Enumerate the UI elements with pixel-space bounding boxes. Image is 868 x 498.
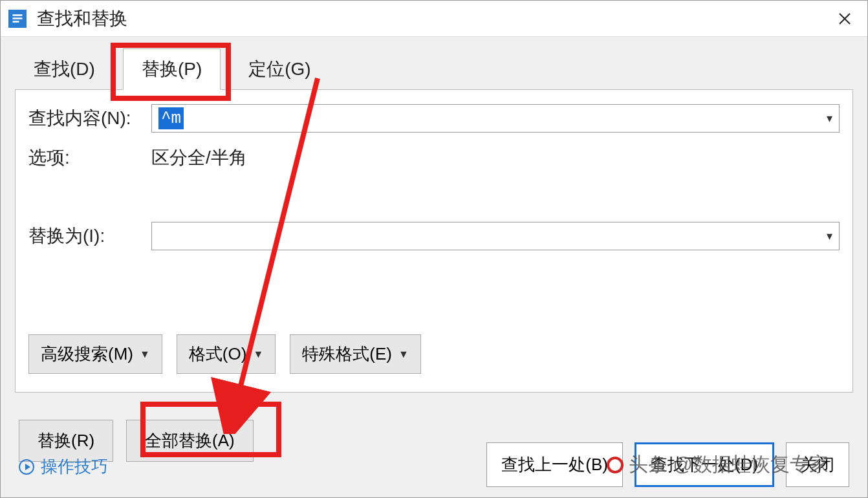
format-button[interactable]: 格式(O) ▼ [177,334,276,374]
label-replace-with: 替换为(I): [28,224,151,248]
label-find-what: 查找内容(N): [28,106,151,131]
find-next-button[interactable]: 查找下一处(D) [635,442,774,487]
chevron-down-icon: ▾ [827,111,832,125]
find-what-value: ^m [158,107,184,129]
row-options: 选项: 区分全/半角 [28,146,840,170]
row-replace-with: 替换为(I): ▾ [28,222,840,250]
format-label: 格式(O) [189,343,247,365]
wps-word-icon [11,12,24,25]
tabs: 查找(D) 替换(P) 定位(G) [1,37,867,90]
dialog-title: 查找和替换 [37,6,830,31]
tips-label: 操作技巧 [41,455,108,478]
advanced-row: 高级搜索(M) ▼ 格式(O) ▼ 特殊格式(E) ▼ [28,334,840,374]
nav-buttons: 查找上一处(B) 查找下一处(D) 关闭 [486,442,849,487]
play-circle-icon [19,459,34,475]
find-next-label: 查找下一处(D) [651,455,758,474]
tab-goto[interactable]: 定位(G) [230,49,329,90]
close-icon [838,12,852,26]
close-button-label: 关闭 [801,455,834,474]
caret-down-icon: ▼ [398,349,409,360]
label-options: 选项: [28,146,151,170]
row-find-what: 查找内容(N): ^m ▾ [28,104,840,133]
find-prev-label: 查找上一处(B) [501,455,608,474]
app-icon [8,10,27,28]
replace-panel: 查找内容(N): ^m ▾ 选项: 区分全/半角 替换为(I): ▾ 高级搜索(… [15,89,853,393]
tab-find[interactable]: 查找(D) [15,49,114,90]
replace-button-label: 替换(R) [38,431,94,450]
special-format-label: 特殊格式(E) [302,343,392,365]
replace-all-button[interactable]: 全部替换(A) [126,420,254,462]
chevron-down-icon: ▾ [827,229,832,243]
caret-down-icon: ▼ [140,349,150,360]
tips-link[interactable]: 操作技巧 [1,455,126,487]
tab-replace-label: 替换(P) [142,59,202,79]
find-replace-dialog: 查找和替换 查找(D) 替换(P) 定位(G) 查找内容(N): ^m ▾ 选项… [0,0,868,498]
advanced-search-label: 高级搜索(M) [41,343,133,365]
tab-find-label: 查找(D) [34,59,95,79]
caret-down-icon: ▼ [253,349,263,360]
tab-replace[interactable]: 替换(P) [123,49,221,90]
replace-all-button-label: 全部替换(A) [145,431,235,450]
advanced-search-button[interactable]: 高级搜索(M) ▼ [28,334,162,374]
replace-with-input[interactable]: ▾ [151,222,840,250]
titlebar: 查找和替换 [1,1,867,37]
close-button[interactable]: 关闭 [786,442,849,487]
options-value: 区分全/半角 [151,146,247,170]
find-prev-button[interactable]: 查找上一处(B) [486,442,623,487]
find-what-input[interactable]: ^m ▾ [151,104,840,133]
window-close-button[interactable] [830,4,860,34]
tab-goto-label: 定位(G) [248,59,310,79]
special-format-button[interactable]: 特殊格式(E) ▼ [290,334,421,374]
